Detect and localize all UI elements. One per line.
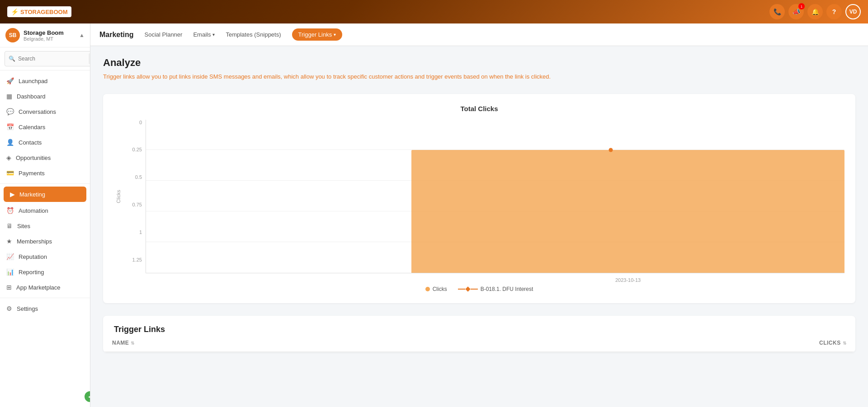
chart-section: Total Clicks Clicks 1.25 1 0.75 0.5 0. bbox=[103, 94, 855, 303]
legend-dfu-icon bbox=[458, 287, 478, 291]
tab-emails[interactable]: Emails ▾ bbox=[193, 29, 215, 40]
chart-title: Total Clicks bbox=[114, 105, 844, 112]
sidebar-item-app-marketplace[interactable]: ⊞ App Marketplace bbox=[0, 280, 90, 295]
y-axis-title: Clicks bbox=[116, 190, 121, 203]
sidebar-item-settings[interactable]: ⚙ Settings bbox=[0, 301, 90, 316]
bell-button[interactable]: 🔔 bbox=[807, 4, 823, 19]
sidebar-item-launchpad[interactable]: 🚀 Launchpad bbox=[0, 73, 90, 89]
search-input-wrapper[interactable]: 🔍 ctrl K bbox=[5, 51, 90, 66]
sidebar-item-label: Dashboard bbox=[17, 93, 46, 100]
sidebar-item-label: Opportunities bbox=[16, 154, 51, 161]
legend-dfu-label: B-018.1. DFU Interest bbox=[481, 286, 533, 292]
help-button[interactable]: ? bbox=[826, 4, 842, 19]
top-header: ⚡ STORAGEBOOM 📞 📣 1 🔔 ? VD bbox=[0, 0, 868, 23]
legend-line-2 bbox=[471, 289, 478, 290]
clicks-sort-icon: ⇅ bbox=[843, 341, 847, 346]
page-description: Trigger links allow you to put links ins… bbox=[103, 72, 855, 81]
right-panel: Marketing Social Planner Emails ▾ Templa… bbox=[90, 23, 868, 407]
sidebar-item-dashboard[interactable]: ▦ Dashboard bbox=[0, 89, 90, 104]
trigger-links-dropdown-icon: ▾ bbox=[334, 32, 336, 37]
reputation-icon: 📈 bbox=[6, 253, 14, 260]
settings-icon: ⚙ bbox=[6, 305, 12, 312]
table-column-headers: NAME ⇅ CLICKS ⇅ bbox=[103, 334, 855, 352]
sidebar-item-contacts[interactable]: 👤 Contacts bbox=[0, 135, 90, 150]
header-icons: 📞 📣 1 🔔 ? VD bbox=[769, 4, 861, 19]
tab-templates[interactable]: Templates (Snippets) bbox=[226, 29, 281, 40]
account-name: Storage Boom bbox=[24, 29, 75, 36]
account-avatar: SB bbox=[5, 28, 20, 42]
sidebar-item-opportunities[interactable]: ◈ Opportunities bbox=[0, 150, 90, 165]
megaphone-button[interactable]: 📣 1 bbox=[788, 4, 804, 19]
reporting-icon: 📊 bbox=[6, 268, 14, 276]
sub-header: Marketing Social Planner Emails ▾ Templa… bbox=[90, 23, 868, 46]
legend-diamond bbox=[465, 286, 470, 291]
sidebar-item-label: Sites bbox=[17, 223, 30, 229]
tab-social-planner[interactable]: Social Planner bbox=[145, 29, 183, 40]
sites-icon: 🖥 bbox=[6, 222, 13, 229]
legend-clicks-label: Clicks bbox=[433, 286, 447, 292]
chart-area: 2023-10-13 bbox=[146, 120, 844, 273]
notification-badge: 1 bbox=[798, 3, 805, 9]
legend-clicks: Clicks bbox=[425, 286, 447, 292]
page-title: Analyze bbox=[103, 57, 855, 69]
content-area: Analyze Trigger links allow you to put l… bbox=[90, 46, 868, 407]
account-switcher[interactable]: SB Storage Boom Belgrade, MT ▲ bbox=[0, 23, 90, 47]
sidebar-item-label: Reporting bbox=[19, 269, 44, 276]
conversations-icon: 💬 bbox=[6, 108, 14, 115]
chart-container: Clicks 1.25 1 0.75 0.5 0.25 0 bbox=[114, 120, 844, 273]
sidebar-item-reputation[interactable]: 📈 Reputation bbox=[0, 249, 90, 264]
y-label-0: 1.25 bbox=[123, 257, 142, 262]
search-input[interactable] bbox=[18, 56, 86, 62]
col-header-clicks[interactable]: CLICKS ⇅ bbox=[774, 340, 846, 346]
sidebar-item-calendars[interactable]: 📅 Calendars bbox=[0, 119, 90, 135]
tab-trigger-links[interactable]: Trigger Links ▾ bbox=[292, 28, 343, 41]
sidebar-item-label: App Marketplace bbox=[16, 284, 61, 291]
chart-data-dot bbox=[609, 148, 613, 152]
sidebar-item-label: Automation bbox=[19, 207, 48, 214]
sidebar-item-label: Payments bbox=[19, 170, 45, 177]
x-axis-label: 2023-10-13 bbox=[615, 277, 641, 283]
marketing-icon: ▶ bbox=[10, 191, 15, 198]
logo: ⚡ STORAGEBOOM bbox=[7, 6, 71, 17]
y-axis-title-area: Clicks bbox=[114, 120, 123, 273]
payments-icon: 💳 bbox=[6, 169, 14, 177]
search-icon: 🔍 bbox=[9, 56, 15, 62]
legend-dfu: B-018.1. DFU Interest bbox=[458, 286, 533, 292]
sidebar-item-conversations[interactable]: 💬 Conversations bbox=[0, 104, 90, 119]
launchpad-icon: 🚀 bbox=[6, 77, 14, 84]
col-header-name[interactable]: NAME ⇅ bbox=[112, 340, 771, 346]
logo-text: STORAGEBOOM bbox=[20, 9, 68, 15]
sidebar-item-payments[interactable]: 💳 Payments bbox=[0, 165, 90, 181]
name-sort-icon: ⇅ bbox=[131, 341, 135, 346]
sidebar-item-memberships[interactable]: ★ Memberships bbox=[0, 234, 90, 249]
sidebar-item-label: Marketing bbox=[19, 191, 45, 198]
sidebar-item-label: Reputation bbox=[19, 253, 47, 260]
sidebar-item-label: Memberships bbox=[17, 238, 52, 245]
y-label-1: 1 bbox=[123, 229, 142, 235]
nav-divider bbox=[0, 183, 90, 184]
trigger-links-table-section: Trigger Links NAME ⇅ CLICKS ⇅ bbox=[103, 316, 855, 352]
y-axis: 1.25 1 0.75 0.5 0.25 0 bbox=[123, 120, 146, 273]
y-label-3: 0.5 bbox=[123, 174, 142, 180]
chevron-up-icon: ▲ bbox=[79, 32, 85, 38]
sidebar-item-label: Settings bbox=[17, 305, 38, 312]
sidebar-item-marketing[interactable]: ▶ Marketing bbox=[4, 187, 86, 202]
legend-clicks-dot bbox=[425, 287, 430, 291]
sidebar-collapse-button[interactable]: ◀ bbox=[85, 391, 90, 402]
sidebar-item-reporting[interactable]: 📊 Reporting bbox=[0, 264, 90, 280]
logo-area: ⚡ STORAGEBOOM bbox=[7, 6, 71, 17]
user-avatar[interactable]: VD bbox=[845, 4, 861, 19]
sidebar-search-area: 🔍 ctrl K + bbox=[0, 47, 90, 70]
memberships-icon: ★ bbox=[6, 238, 12, 245]
y-label-5: 0 bbox=[123, 120, 142, 125]
emails-dropdown-icon: ▾ bbox=[212, 32, 215, 37]
content-wrapper: Analyze Trigger links allow you to put l… bbox=[90, 46, 868, 363]
account-location: Belgrade, MT bbox=[24, 36, 75, 42]
phone-button[interactable]: 📞 bbox=[769, 4, 785, 19]
trigger-links-title: Trigger Links bbox=[103, 316, 855, 334]
sidebar-item-automation[interactable]: ⏰ Automation bbox=[0, 203, 90, 218]
sub-header-title: Marketing bbox=[99, 31, 134, 39]
contacts-icon: 👤 bbox=[6, 139, 14, 146]
sidebar-item-label: Calendars bbox=[19, 124, 45, 131]
sidebar-item-sites[interactable]: 🖥 Sites bbox=[0, 218, 90, 234]
